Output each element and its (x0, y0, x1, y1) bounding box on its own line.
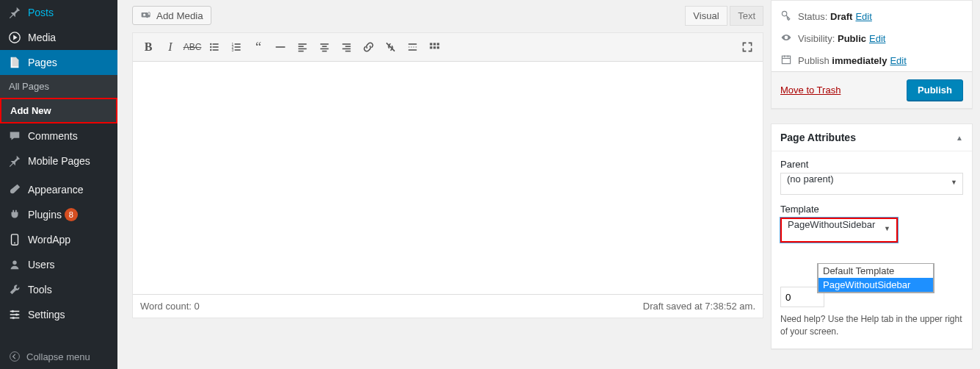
publish-box: Status: Draft Edit Visibility: Public Ed… (771, 0, 973, 109)
svg-point-43 (782, 11, 786, 15)
link-button[interactable] (357, 36, 380, 58)
sliders-icon (7, 307, 22, 322)
submenu-all-pages[interactable]: All Pages (0, 75, 117, 98)
submenu-add-new[interactable]: Add New (0, 98, 117, 123)
publish-edit-link[interactable]: Edit (890, 55, 906, 66)
template-label: Template (780, 204, 963, 215)
blockquote-button[interactable]: “ (247, 36, 269, 58)
svg-rect-36 (408, 49, 416, 51)
mobile-icon (7, 232, 22, 247)
svg-rect-11 (213, 43, 219, 45)
italic-button[interactable]: I (159, 36, 181, 58)
svg-rect-19 (235, 46, 241, 48)
sidebar-item-wordapp[interactable]: WordApp (0, 227, 117, 252)
sidebar-item-tools[interactable]: Tools (0, 277, 117, 302)
tab-text[interactable]: Text (730, 6, 763, 26)
key-icon (780, 10, 794, 23)
strike-button[interactable]: ABC (181, 36, 203, 58)
visibility-label: Visibility: (798, 33, 835, 44)
svg-rect-27 (320, 43, 328, 45)
word-count: Word count: 0 (140, 301, 200, 312)
eye-icon (780, 32, 794, 45)
hr-button[interactable] (269, 36, 291, 58)
bold-button[interactable]: B (137, 36, 159, 58)
page-attributes-header[interactable]: Page Attributes ▲ (772, 124, 972, 151)
svg-rect-44 (782, 56, 790, 63)
template-option-pagewithoutsidebar[interactable]: PageWithoutSidebar (819, 278, 933, 292)
move-to-trash-link[interactable]: Move to Trash (780, 85, 841, 96)
add-media-button[interactable]: Add Media (132, 6, 211, 25)
svg-rect-28 (322, 46, 327, 47)
align-center-button[interactable] (313, 36, 335, 58)
visibility-edit-link[interactable]: Edit (869, 33, 885, 44)
svg-rect-32 (345, 46, 350, 47)
editor-area: Add Media Visual Text B I ABC 123 “ Word… (132, 0, 763, 318)
template-select[interactable]: PageWithoutSidebar (782, 219, 896, 241)
add-media-label: Add Media (156, 10, 203, 21)
svg-point-7 (10, 352, 20, 362)
camera-music-icon (140, 10, 152, 21)
draft-saved-time: Draft saved at 7:38:52 am. (643, 301, 755, 312)
number-list-button[interactable]: 123 (225, 36, 247, 58)
svg-rect-35 (408, 43, 416, 45)
sidebar-item-media[interactable]: Media (0, 25, 117, 50)
media-icon (7, 30, 22, 45)
svg-rect-26 (298, 51, 303, 52)
menu-label: Settings (28, 309, 65, 320)
collapse-menu[interactable]: Collapse menu (0, 344, 117, 369)
menu-label: Media (28, 32, 56, 43)
sidebar-item-posts[interactable]: Posts (0, 0, 117, 25)
menu-label: Users (28, 259, 55, 271)
align-right-button[interactable] (335, 36, 357, 58)
sidebar-item-mobile-pages[interactable]: Mobile Pages (0, 148, 117, 173)
publish-date-row: Publish immediately Edit (780, 49, 963, 71)
menu-label: Mobile Pages (28, 155, 90, 167)
svg-point-2 (14, 243, 15, 244)
svg-text:3: 3 (232, 49, 234, 52)
svg-rect-29 (320, 49, 328, 50)
toolbar-toggle-button[interactable] (424, 36, 446, 58)
wrench-icon (7, 282, 22, 297)
calendar-icon (780, 54, 794, 67)
publish-label: Publish (798, 55, 830, 66)
sidebar-item-pages[interactable]: Pages (0, 50, 117, 75)
sidebar-item-plugins[interactable]: Plugins 8 (0, 202, 117, 227)
sidebar-item-comments[interactable]: Comments (0, 123, 117, 148)
svg-rect-40 (430, 46, 432, 49)
svg-rect-25 (298, 49, 306, 50)
sidebar-item-users[interactable]: Users (0, 252, 117, 277)
unlink-button[interactable] (380, 36, 402, 58)
bullet-list-button[interactable] (203, 36, 225, 58)
editor-wrap: B I ABC 123 “ Word count: 0 Draft saved … (132, 32, 763, 318)
editor-statusbar: Word count: 0 Draft saved at 7:38:52 am. (133, 294, 763, 318)
parent-select[interactable]: (no parent) (780, 173, 963, 195)
menu-label: WordApp (28, 234, 70, 246)
publish-actions: Move to Trash Publish (772, 71, 972, 108)
svg-point-14 (210, 49, 211, 51)
menu-label: Pages (28, 57, 57, 68)
fullscreen-button[interactable] (736, 36, 758, 58)
align-left-button[interactable] (291, 36, 313, 58)
more-button[interactable] (402, 36, 424, 58)
sidebar-item-settings[interactable]: Settings (0, 302, 117, 327)
svg-rect-37 (430, 43, 432, 45)
brush-icon (7, 182, 22, 197)
svg-rect-31 (342, 43, 350, 45)
template-option-default[interactable]: Default Template (819, 264, 933, 278)
svg-point-5 (15, 313, 18, 316)
sidebar-item-appearance[interactable]: Appearance (0, 177, 117, 202)
svg-point-12 (210, 46, 211, 48)
status-edit-link[interactable]: Edit (855, 11, 871, 22)
svg-point-10 (210, 43, 211, 45)
tab-visual[interactable]: Visual (685, 6, 727, 26)
collapse-label: Collapse menu (26, 351, 90, 362)
active-pointer (122, 57, 128, 68)
menu-label: Plugins (28, 209, 62, 221)
status-value: Draft (830, 11, 852, 22)
svg-point-6 (12, 317, 15, 320)
svg-rect-39 (437, 43, 439, 45)
svg-rect-34 (345, 51, 350, 52)
editor-content[interactable] (133, 62, 763, 294)
publish-button[interactable]: Publish (907, 79, 963, 101)
collapse-triangle-icon: ▲ (956, 134, 963, 142)
